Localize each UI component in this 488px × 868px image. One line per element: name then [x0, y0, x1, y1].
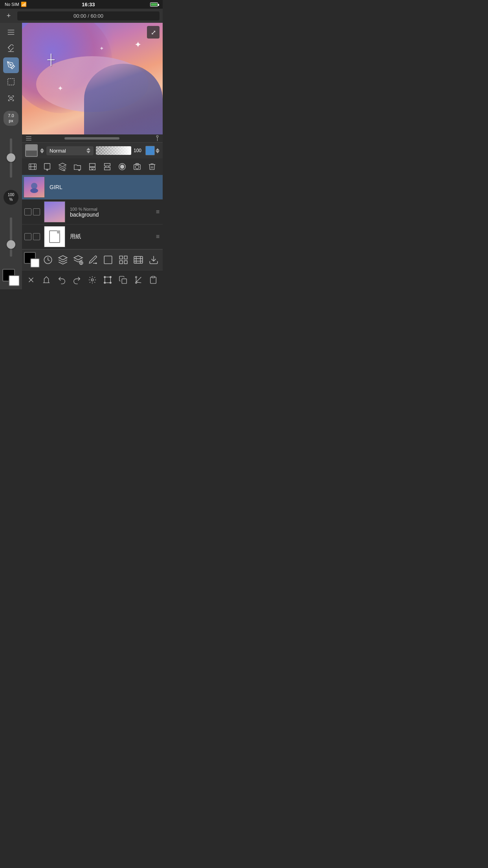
pen-settings-icon[interactable] — [152, 134, 160, 142]
svg-rect-15 — [44, 164, 50, 169]
layer-name-paper: 用紙 — [70, 233, 150, 240]
blend-down-arrow[interactable] — [40, 151, 44, 153]
redo-button[interactable] — [70, 273, 84, 287]
starburst-button[interactable] — [85, 273, 99, 287]
undo-eraser-button[interactable] — [3, 41, 19, 57]
blend-mode-selector[interactable]: Normal — [46, 146, 94, 155]
snapshot-button[interactable] — [131, 161, 143, 173]
layer-visibility-bg[interactable] — [24, 208, 31, 215]
merge-button[interactable] — [101, 161, 113, 173]
status-right — [150, 2, 158, 7]
layer-thumbnail-paper — [44, 226, 65, 247]
film-button[interactable] — [131, 253, 145, 267]
svg-rect-22 — [90, 164, 95, 167]
svg-rect-26 — [105, 167, 110, 170]
close-button[interactable] — [24, 273, 38, 287]
pen-tool-button[interactable] — [3, 57, 19, 73]
layer-lock-bg[interactable] — [33, 208, 40, 215]
color-selector[interactable] — [145, 146, 160, 155]
status-left: No SIM 📶 — [5, 2, 27, 7]
background-swatch[interactable] — [30, 258, 40, 268]
layer-item-paper[interactable]: 用紙 ≡ — [22, 224, 163, 249]
active-color-box[interactable] — [145, 146, 155, 155]
color-swatches[interactable] — [2, 269, 20, 286]
paste-button[interactable] — [146, 273, 160, 287]
status-bar: No SIM 📶 16:33 — [0, 0, 163, 9]
brush-size-display[interactable]: 7.0 px — [4, 111, 18, 126]
color-swatch-area[interactable] — [24, 252, 40, 268]
app-container: No SIM 📶 16:33 + 00:00 / 60:00 — [0, 0, 163, 289]
zoom-value: 100 — [8, 193, 15, 197]
selection-tool-button[interactable] — [3, 74, 19, 90]
left-toolbar: 7.0 px 100 % — [0, 23, 22, 289]
new-raster-layer-button[interactable] — [42, 161, 53, 173]
opacity-slider-thumb[interactable] — [7, 240, 15, 249]
layers-button[interactable] — [56, 253, 70, 267]
size-slider-thumb[interactable] — [7, 153, 15, 162]
cut-button[interactable] — [131, 273, 145, 287]
layer-lock-paper[interactable] — [33, 233, 40, 240]
artwork-background: ✦ ✦ ✦ ┼ ⤢ — [22, 23, 163, 134]
layer-item-girl[interactable]: GIRL — [22, 175, 163, 200]
brush-settings-button[interactable] — [86, 253, 100, 267]
layer-name-girl: GIRL — [50, 184, 160, 190]
blend-color-arrows[interactable] — [40, 148, 44, 153]
opacity-slider[interactable] — [10, 217, 12, 257]
battery-fill — [151, 3, 157, 6]
canvas-scroll-handle[interactable] — [64, 137, 119, 140]
svg-point-34 — [30, 188, 38, 193]
layer-settings-button[interactable] — [71, 253, 85, 267]
svg-rect-45 — [134, 256, 143, 263]
canvas-scrollbar — [22, 134, 163, 142]
timer-display: 00:00 / 60:00 — [17, 11, 160, 20]
fill-button[interactable] — [39, 273, 53, 287]
mask-button[interactable] — [116, 161, 128, 173]
svg-point-31 — [135, 165, 139, 169]
expand-icon: ⤢ — [151, 29, 156, 36]
svg-point-66 — [110, 282, 111, 284]
add-button[interactable]: + — [3, 10, 14, 21]
svg-rect-67 — [122, 279, 127, 283]
new-3d-layer-button[interactable] — [57, 161, 68, 173]
svg-point-69 — [135, 276, 137, 278]
carrier-label: No SIM — [5, 2, 19, 7]
zoom-display: 100 % — [4, 190, 18, 205]
layer-visibility-paper[interactable] — [24, 233, 31, 240]
bottom-toolbar-row2 — [22, 270, 163, 289]
color-arrows — [156, 148, 160, 153]
expand-canvas-button[interactable]: ⤢ — [147, 26, 160, 39]
timeline-icon[interactable] — [27, 161, 39, 173]
export-button[interactable] — [147, 253, 161, 267]
undo-button[interactable] — [55, 273, 69, 287]
opacity-slider-area — [96, 146, 131, 155]
copy-button[interactable] — [116, 273, 130, 287]
layer-item-background[interactable]: 100 % Normal background ≡ — [22, 200, 163, 224]
delete-layer-button[interactable] — [146, 161, 158, 173]
layer-menu-bg[interactable]: ≡ — [153, 208, 163, 215]
quick-action-button[interactable] — [41, 253, 55, 267]
new-folder-button[interactable] — [72, 161, 83, 173]
background-color[interactable] — [9, 275, 20, 286]
layer-checkbox-area-bg — [22, 208, 42, 215]
svg-point-65 — [104, 282, 106, 284]
layers-panel: Normal 100 — [22, 142, 163, 249]
resize-selection-button[interactable] — [101, 273, 115, 287]
merge-down-button[interactable] — [86, 161, 98, 173]
svg-rect-44 — [124, 261, 127, 264]
layer-checkbox-area-paper — [22, 233, 42, 240]
size-slider[interactable] — [10, 138, 12, 178]
transform-tool-button[interactable] — [3, 90, 19, 106]
svg-rect-40 — [105, 256, 112, 264]
layer-info-paper: 用紙 — [67, 232, 153, 242]
layer-info-bg: 100 % Normal background — [67, 204, 153, 219]
layer-color-box[interactable] — [25, 144, 38, 157]
canvas-area[interactable]: ✦ ✦ ✦ ┼ ⤢ — [22, 23, 163, 134]
layer-menu-paper[interactable]: ≡ — [153, 233, 163, 240]
svg-rect-73 — [152, 276, 155, 278]
opacity-track[interactable] — [96, 146, 131, 155]
grid-button[interactable] — [116, 253, 130, 267]
blend-up-arrow[interactable] — [40, 148, 44, 151]
menu-button[interactable] — [3, 24, 19, 40]
star-3: ✦ — [99, 45, 104, 51]
transform-button[interactable] — [101, 253, 115, 267]
